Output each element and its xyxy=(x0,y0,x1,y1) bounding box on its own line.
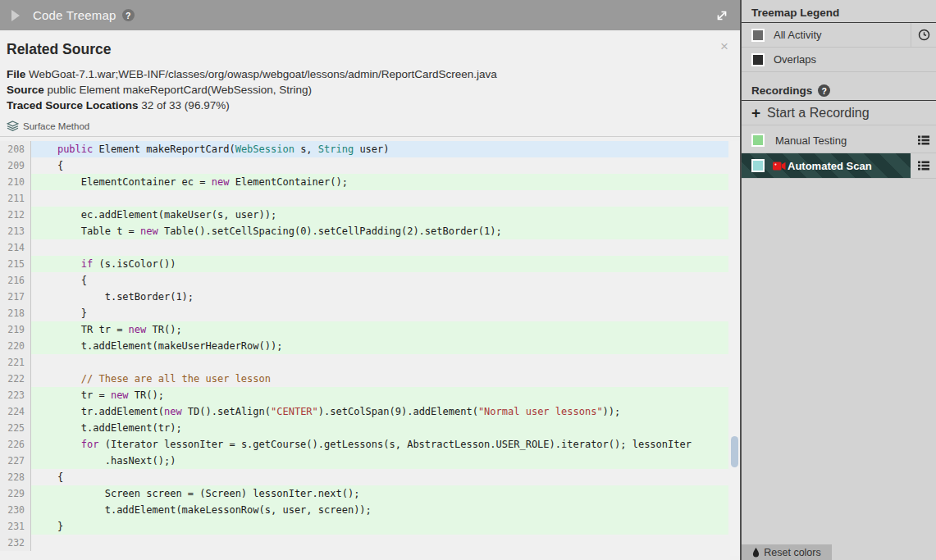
code-text: public Element makeReportCard(WebSession… xyxy=(31,141,728,157)
line-number: 231 xyxy=(0,518,31,535)
legend-item-overlaps[interactable]: Overlaps xyxy=(742,48,936,72)
code-line-226[interactable]: 226 for (Iterator lessonIter = s.getCour… xyxy=(0,436,728,453)
line-number: 219 xyxy=(0,321,31,338)
code-text xyxy=(31,190,728,207)
automated-scan-menu-button[interactable] xyxy=(911,153,936,178)
manual-testing-main: Manual Testing xyxy=(742,134,911,147)
code-line-228[interactable]: 228 { xyxy=(0,469,728,485)
line-number: 229 xyxy=(0,485,31,502)
legend-item-all-activity[interactable]: All Activity xyxy=(742,23,936,48)
code-line-208[interactable]: 208 public Element makeReportCard(WebSes… xyxy=(0,141,728,157)
code-text: TR tr = new TR(); xyxy=(31,321,728,338)
related-source-header: Related Source × xyxy=(0,30,740,58)
code-line-232[interactable]: 232 xyxy=(0,535,728,551)
recording-camera-icon xyxy=(773,162,786,171)
traced-locations-label: Traced Source Locations xyxy=(7,99,139,112)
code-line-220[interactable]: 220 t.addElement(makeUserHeaderRow()); xyxy=(0,338,728,354)
code-text: } xyxy=(31,305,728,321)
close-icon[interactable]: × xyxy=(720,39,728,53)
line-number: 232 xyxy=(0,535,31,551)
overlaps-label: Overlaps xyxy=(765,53,816,66)
code-line-231[interactable]: 231 } xyxy=(0,518,728,535)
code-line-215[interactable]: 215 if (s.isColor()) xyxy=(0,256,728,272)
code-line-222[interactable]: 222 // These are all the user lesson xyxy=(0,371,728,387)
source-metadata: File WebGoat-7.1.war;WEB-INF/classes/org… xyxy=(0,58,740,113)
code-line-229[interactable]: 229 Screen screen = (Screen) lessonIter.… xyxy=(0,485,728,502)
code-line-221[interactable]: 221 xyxy=(0,354,728,371)
manual-testing-label: Manual Testing xyxy=(765,134,847,147)
code-text: ElementContainer ec = new ElementContain… xyxy=(31,174,728,190)
code-line-213[interactable]: 213 Table t = new Table().setCellSpacing… xyxy=(0,223,728,239)
treemap-sidebar: Treemap Legend All Activity Overlaps Rec… xyxy=(740,0,936,560)
code-line-217[interactable]: 217 t.setBorder(1); xyxy=(0,289,728,305)
line-number: 212 xyxy=(0,207,31,223)
code-text: t.addElement(makeUserHeaderRow()); xyxy=(31,338,728,354)
code-line-210[interactable]: 210 ElementContainer ec = new ElementCon… xyxy=(0,174,728,190)
code-line-212[interactable]: 212 ec.addElement(makeUser(s, user)); xyxy=(0,207,728,223)
code-text xyxy=(31,239,728,256)
line-number: 215 xyxy=(0,256,31,272)
expand-icon[interactable] xyxy=(715,9,728,22)
code-line-230[interactable]: 230 t.addElement(makeLessonRow(s, user, … xyxy=(0,502,728,518)
code-line-216[interactable]: 216 { xyxy=(0,272,728,289)
code-line-218[interactable]: 218 } xyxy=(0,305,728,321)
line-number: 210 xyxy=(0,174,31,190)
code-treemap-app: Code Treemap ? Related Source × File Web… xyxy=(0,0,936,560)
code-text: } xyxy=(31,518,728,535)
recording-item-automated-scan[interactable]: Automated Scan xyxy=(742,153,936,179)
surface-method-row: Surface Method xyxy=(0,113,740,133)
code-viewer: 208 public Element makeReportCard(WebSes… xyxy=(0,141,740,556)
code-text: t.addElement(tr); xyxy=(31,420,728,436)
recordings-title: Recordings ? xyxy=(742,78,936,100)
code-text: .hasNext();) xyxy=(31,453,728,469)
line-number: 226 xyxy=(0,436,31,453)
code-text: for (Iterator lessonIter = s.getCourse()… xyxy=(31,436,728,453)
plus-icon: + xyxy=(751,105,760,121)
code-text xyxy=(31,354,728,371)
file-value: WebGoat-7.1.war;WEB-INF/classes/org/owas… xyxy=(29,68,497,80)
code-scrollbar-thumb[interactable] xyxy=(731,436,738,467)
code-line-224[interactable]: 224 tr.addElement(new TD().setAlign("CEN… xyxy=(0,403,728,420)
recordings-help-icon[interactable]: ? xyxy=(818,84,830,97)
recording-item-manual-testing[interactable]: Manual Testing xyxy=(742,128,936,153)
line-number: 227 xyxy=(0,453,31,469)
line-number: 216 xyxy=(0,272,31,289)
code-text: { xyxy=(31,469,728,485)
reset-colors-button[interactable]: Reset colors xyxy=(742,544,832,560)
code-line-225[interactable]: 225 t.addElement(tr); xyxy=(0,420,728,436)
automated-scan-swatch xyxy=(751,159,765,172)
code-lines: 208 public Element makeReportCard(WebSes… xyxy=(0,141,740,551)
overlaps-swatch xyxy=(751,53,765,66)
time-filter-button[interactable] xyxy=(911,23,936,47)
collapse-triangle-icon[interactable] xyxy=(11,10,20,21)
line-number: 209 xyxy=(0,157,31,174)
separator-line xyxy=(0,136,740,137)
help-icon[interactable]: ? xyxy=(122,9,135,21)
code-line-211[interactable]: 211 xyxy=(0,190,728,207)
code-line-214[interactable]: 214 xyxy=(0,239,728,256)
line-number: 213 xyxy=(0,223,31,239)
automated-scan-main: Automated Scan xyxy=(742,153,911,178)
code-text: t.addElement(makeLessonRow(s, user, scre… xyxy=(31,502,728,518)
line-number: 208 xyxy=(0,141,31,157)
list-icon xyxy=(918,135,929,145)
line-number: 218 xyxy=(0,305,31,321)
list-icon xyxy=(918,161,929,171)
code-line-209[interactable]: 209 { xyxy=(0,157,728,174)
code-line-223[interactable]: 223 tr = new TR(); xyxy=(0,387,728,403)
manual-testing-menu-button[interactable] xyxy=(911,128,936,153)
line-number: 223 xyxy=(0,387,31,403)
code-text: t.setBorder(1); xyxy=(31,289,728,305)
reset-colors-label: Reset colors xyxy=(764,547,820,558)
code-line-227[interactable]: 227 .hasNext();) xyxy=(0,453,728,469)
code-line-219[interactable]: 219 TR tr = new TR(); xyxy=(0,321,728,338)
code-scrollbar[interactable] xyxy=(730,141,740,556)
all-activity-label: All Activity xyxy=(765,29,822,41)
start-recording-button[interactable]: + Start a Recording xyxy=(742,101,936,125)
line-number: 228 xyxy=(0,469,31,485)
code-text: // These are all the user lesson xyxy=(31,371,728,387)
panel-title: Code Treemap xyxy=(33,8,116,22)
file-label: File xyxy=(7,68,25,80)
code-text: tr.addElement(new TD().setAlign("CENTER"… xyxy=(31,403,728,420)
recordings-title-text: Recordings xyxy=(751,84,812,97)
